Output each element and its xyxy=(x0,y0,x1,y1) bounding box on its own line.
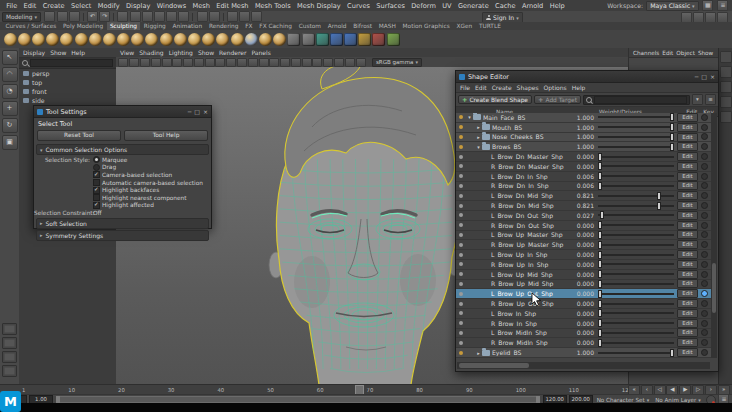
edit-button[interactable]: Edit xyxy=(677,191,698,200)
weight-slider[interactable] xyxy=(598,162,674,170)
menu-help[interactable]: Help xyxy=(547,2,568,10)
outliner-menu-help[interactable]: Help xyxy=(71,49,85,56)
weight-slider[interactable] xyxy=(598,339,674,347)
outliner-item-side[interactable]: side xyxy=(19,96,116,105)
select-camera-icon[interactable] xyxy=(118,58,128,67)
weight-value[interactable]: 0.000 xyxy=(568,241,594,248)
film-gate-icon[interactable] xyxy=(205,58,215,67)
freeze-all-icon[interactable] xyxy=(358,33,371,46)
slider-knob[interactable] xyxy=(598,162,602,170)
viewport-menu-panels[interactable]: Panels xyxy=(251,49,270,56)
weight-slider[interactable] xyxy=(598,300,674,308)
shape-row-r-brow-dn-mid-shp[interactable]: R_Brow_Dn_Mid_Shp0.821Edit xyxy=(456,201,711,211)
weight-slider[interactable] xyxy=(598,231,674,239)
smooth-shade-mode-icon[interactable] xyxy=(280,58,290,67)
edit-button[interactable]: Edit xyxy=(677,181,698,190)
checkbox-highlight-backfaces[interactable] xyxy=(93,187,100,194)
maximize-button[interactable]: □ xyxy=(701,72,707,81)
weight-value[interactable]: 0.000 xyxy=(568,153,594,160)
channel-box-tab-icon[interactable] xyxy=(720,51,732,63)
create-blend-shape-button[interactable]: +Create Blend Shape xyxy=(458,95,532,104)
sculpt-flatten-brush-icon[interactable] xyxy=(75,33,88,46)
weight-value[interactable]: 0.000 xyxy=(568,320,594,327)
sculpt-fill-brush-icon[interactable] xyxy=(174,33,187,46)
view-transform-select[interactable]: sRGB gamma▾ xyxy=(372,58,422,67)
weight-value[interactable]: 0.006 xyxy=(568,182,594,189)
snap-to-view-plane-icon[interactable] xyxy=(166,11,177,22)
viewport-menu-show[interactable]: Show xyxy=(198,49,214,56)
construction-history-icon[interactable] xyxy=(197,11,208,22)
outliner-menu-show[interactable]: Show xyxy=(50,49,66,56)
slider-knob[interactable] xyxy=(598,339,602,347)
shape-row-l-brow-dn-in-shp[interactable]: L_Brow_Dn_In_Shp0.006Edit xyxy=(456,172,711,182)
edit-button[interactable]: Edit xyxy=(677,299,698,308)
2d-pan-zoom-icon[interactable] xyxy=(172,58,182,67)
channel-box-menu-show[interactable]: Show xyxy=(698,50,713,56)
weight-slider[interactable] xyxy=(598,270,674,278)
menu-mesh-tools[interactable]: Mesh Tools xyxy=(252,2,294,10)
safe-action-icon[interactable] xyxy=(248,58,258,67)
weight-value[interactable]: 0.000 xyxy=(568,231,594,238)
sculpt-smear-brush-icon[interactable] xyxy=(202,33,215,46)
shape-editor-titlebar[interactable]: Shape Editor ─ □ × xyxy=(456,71,718,83)
key-indicator[interactable] xyxy=(701,212,708,219)
shape-editor-search-input[interactable] xyxy=(594,96,687,104)
key-indicator[interactable] xyxy=(701,163,708,170)
new-scene-icon[interactable] xyxy=(44,11,55,22)
weight-slider[interactable] xyxy=(598,182,674,190)
screen-space-ao-icon[interactable] xyxy=(323,58,333,67)
sculpt-scrape-brush-icon[interactable] xyxy=(160,33,173,46)
two-pane-layout-icon[interactable] xyxy=(2,337,17,349)
range-start-handle[interactable] xyxy=(56,396,60,403)
list-options-icon[interactable]: ≡ xyxy=(705,94,716,105)
channel-box-menu-object[interactable]: Object xyxy=(676,50,695,56)
menu-display[interactable]: Display xyxy=(123,2,154,10)
save-scene-icon[interactable] xyxy=(69,11,80,22)
scrollbar-thumb[interactable] xyxy=(712,263,716,313)
tool-settings-tab-icon[interactable] xyxy=(720,81,732,93)
weight-value[interactable]: 1.000 xyxy=(568,114,594,121)
slider-knob[interactable] xyxy=(598,231,602,239)
weight-value[interactable]: 0.027 xyxy=(568,212,594,219)
weight-value[interactable]: 0.000 xyxy=(568,310,594,317)
three-pane-layout-icon[interactable] xyxy=(2,351,17,363)
select-tool-icon[interactable]: ↖ xyxy=(2,50,18,65)
redo-icon[interactable]: ↷ xyxy=(99,11,110,22)
slider-knob[interactable] xyxy=(670,349,674,357)
shelf-tab-poly-modeling[interactable]: Poly Modeling xyxy=(60,22,107,30)
motion-blur-icon[interactable] xyxy=(334,58,344,67)
slider-knob[interactable] xyxy=(598,251,602,259)
shape-row-l-brow-up-master-shp[interactable]: L_Brow_Up_Master_Shp0.000Edit xyxy=(456,231,711,241)
shelf-tab-curves-surfaces[interactable]: Curves / Surfaces xyxy=(2,22,60,30)
character-set-selector[interactable]: No Character Set▾ xyxy=(597,397,649,403)
weight-slider[interactable] xyxy=(598,133,674,141)
expand-arrow-icon[interactable]: ▸ xyxy=(475,350,482,356)
weight-slider[interactable] xyxy=(598,202,674,210)
sculpt-smooth-brush-icon[interactable] xyxy=(18,33,31,46)
outliner-search-input[interactable] xyxy=(30,59,113,67)
outliner-menu-display[interactable]: Display xyxy=(23,49,45,56)
paint-select-tool-icon[interactable]: ◔ xyxy=(2,84,18,99)
xray-mode-icon[interactable] xyxy=(345,58,355,67)
grid-display-icon[interactable] xyxy=(194,58,204,67)
slider-knob[interactable] xyxy=(598,290,602,298)
weight-value[interactable]: 0.000 xyxy=(568,261,594,268)
edit-button[interactable]: Edit xyxy=(677,113,698,122)
vertical-scrollbar[interactable] xyxy=(711,113,717,358)
shape-row-l-brow-in-shp[interactable]: L_Brow_In_Shp0.000Edit xyxy=(456,309,711,319)
slider-knob[interactable] xyxy=(598,270,602,278)
falloff-surface-icon[interactable] xyxy=(302,33,315,46)
edit-button[interactable]: Edit xyxy=(677,240,698,249)
key-indicator[interactable] xyxy=(701,124,708,131)
shelf-tab-fx[interactable]: FX xyxy=(242,22,256,30)
stencil-image-icon[interactable] xyxy=(330,33,343,46)
weight-value[interactable]: 0.821 xyxy=(568,202,594,209)
section-symmetry-settings[interactable]: ▸Symmetry Settings xyxy=(36,230,209,241)
render-current-frame-icon[interactable] xyxy=(227,11,238,22)
slider-knob[interactable] xyxy=(670,133,674,141)
shape-row-r-brow-in-shp[interactable]: R_Brow_In_Shp0.000Edit xyxy=(456,319,711,329)
edit-button[interactable]: Edit xyxy=(677,279,698,288)
viewport-menu-lighting[interactable]: Lighting xyxy=(169,49,193,56)
shape-row-l-brow-up-out-shp[interactable]: L_Brow_Up_Out_Shp0.000Edit xyxy=(456,289,711,299)
shape-row-r-brow-up-mid-shp[interactable]: R_Brow_Up_Mid_Shp0.000Edit xyxy=(456,280,711,290)
